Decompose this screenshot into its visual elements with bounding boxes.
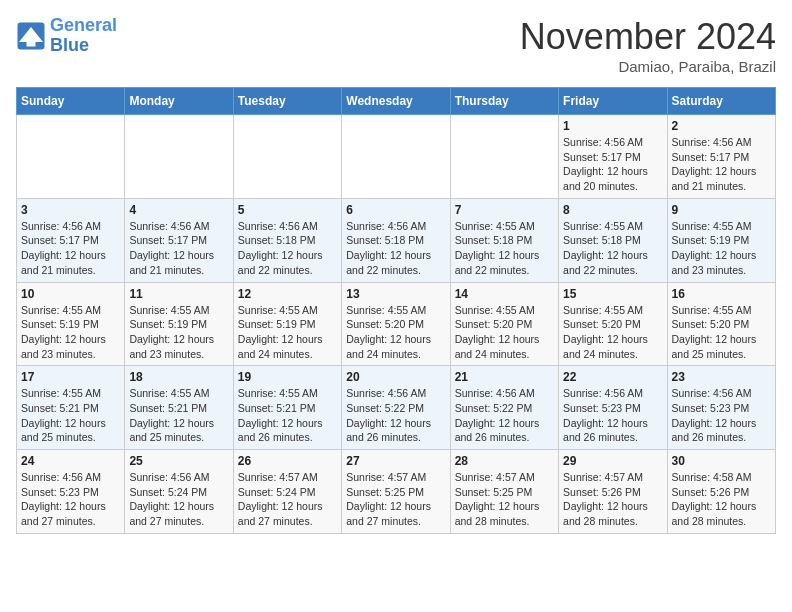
- calendar-cell: 22Sunrise: 4:56 AM Sunset: 5:23 PM Dayli…: [559, 366, 667, 450]
- day-info: Sunrise: 4:55 AM Sunset: 5:20 PM Dayligh…: [672, 303, 771, 362]
- calendar-cell: 18Sunrise: 4:55 AM Sunset: 5:21 PM Dayli…: [125, 366, 233, 450]
- day-info: Sunrise: 4:55 AM Sunset: 5:21 PM Dayligh…: [21, 386, 120, 445]
- day-number: 22: [563, 370, 662, 384]
- day-info: Sunrise: 4:57 AM Sunset: 5:24 PM Dayligh…: [238, 470, 337, 529]
- calendar-cell: 19Sunrise: 4:55 AM Sunset: 5:21 PM Dayli…: [233, 366, 341, 450]
- calendar-cell: [17, 115, 125, 199]
- calendar-cell: 26Sunrise: 4:57 AM Sunset: 5:24 PM Dayli…: [233, 450, 341, 534]
- day-info: Sunrise: 4:56 AM Sunset: 5:24 PM Dayligh…: [129, 470, 228, 529]
- day-number: 2: [672, 119, 771, 133]
- day-info: Sunrise: 4:56 AM Sunset: 5:23 PM Dayligh…: [672, 386, 771, 445]
- calendar-cell: 30Sunrise: 4:58 AM Sunset: 5:26 PM Dayli…: [667, 450, 775, 534]
- calendar-cell: 10Sunrise: 4:55 AM Sunset: 5:19 PM Dayli…: [17, 282, 125, 366]
- day-info: Sunrise: 4:55 AM Sunset: 5:21 PM Dayligh…: [238, 386, 337, 445]
- day-info: Sunrise: 4:55 AM Sunset: 5:20 PM Dayligh…: [455, 303, 554, 362]
- page-header: General Blue November 2024 Damiao, Parai…: [16, 16, 776, 75]
- day-info: Sunrise: 4:56 AM Sunset: 5:17 PM Dayligh…: [672, 135, 771, 194]
- day-info: Sunrise: 4:55 AM Sunset: 5:18 PM Dayligh…: [455, 219, 554, 278]
- weekday-header: Saturday: [667, 88, 775, 115]
- calendar-week-row: 24Sunrise: 4:56 AM Sunset: 5:23 PM Dayli…: [17, 450, 776, 534]
- day-info: Sunrise: 4:55 AM Sunset: 5:19 PM Dayligh…: [672, 219, 771, 278]
- day-number: 5: [238, 203, 337, 217]
- calendar-body: 1Sunrise: 4:56 AM Sunset: 5:17 PM Daylig…: [17, 115, 776, 534]
- calendar-week-row: 17Sunrise: 4:55 AM Sunset: 5:21 PM Dayli…: [17, 366, 776, 450]
- calendar-cell: 6Sunrise: 4:56 AM Sunset: 5:18 PM Daylig…: [342, 198, 450, 282]
- day-number: 6: [346, 203, 445, 217]
- day-number: 4: [129, 203, 228, 217]
- day-number: 16: [672, 287, 771, 301]
- day-info: Sunrise: 4:57 AM Sunset: 5:26 PM Dayligh…: [563, 470, 662, 529]
- day-number: 1: [563, 119, 662, 133]
- day-info: Sunrise: 4:55 AM Sunset: 5:19 PM Dayligh…: [238, 303, 337, 362]
- day-info: Sunrise: 4:55 AM Sunset: 5:18 PM Dayligh…: [563, 219, 662, 278]
- logo-icon: [16, 21, 46, 51]
- month-title: November 2024: [520, 16, 776, 58]
- day-number: 30: [672, 454, 771, 468]
- calendar-header: SundayMondayTuesdayWednesdayThursdayFrid…: [17, 88, 776, 115]
- calendar-cell: 29Sunrise: 4:57 AM Sunset: 5:26 PM Dayli…: [559, 450, 667, 534]
- calendar-week-row: 10Sunrise: 4:55 AM Sunset: 5:19 PM Dayli…: [17, 282, 776, 366]
- calendar-cell: 11Sunrise: 4:55 AM Sunset: 5:19 PM Dayli…: [125, 282, 233, 366]
- day-info: Sunrise: 4:58 AM Sunset: 5:26 PM Dayligh…: [672, 470, 771, 529]
- title-block: November 2024 Damiao, Paraiba, Brazil: [520, 16, 776, 75]
- calendar-cell: 5Sunrise: 4:56 AM Sunset: 5:18 PM Daylig…: [233, 198, 341, 282]
- calendar-cell: [233, 115, 341, 199]
- day-number: 27: [346, 454, 445, 468]
- logo-text: General Blue: [50, 16, 117, 56]
- day-number: 8: [563, 203, 662, 217]
- calendar-cell: 23Sunrise: 4:56 AM Sunset: 5:23 PM Dayli…: [667, 366, 775, 450]
- calendar-cell: 4Sunrise: 4:56 AM Sunset: 5:17 PM Daylig…: [125, 198, 233, 282]
- calendar-week-row: 1Sunrise: 4:56 AM Sunset: 5:17 PM Daylig…: [17, 115, 776, 199]
- day-info: Sunrise: 4:55 AM Sunset: 5:20 PM Dayligh…: [563, 303, 662, 362]
- day-number: 23: [672, 370, 771, 384]
- calendar-cell: 27Sunrise: 4:57 AM Sunset: 5:25 PM Dayli…: [342, 450, 450, 534]
- calendar-cell: 17Sunrise: 4:55 AM Sunset: 5:21 PM Dayli…: [17, 366, 125, 450]
- calendar-table: SundayMondayTuesdayWednesdayThursdayFrid…: [16, 87, 776, 534]
- day-number: 3: [21, 203, 120, 217]
- day-number: 20: [346, 370, 445, 384]
- day-number: 29: [563, 454, 662, 468]
- calendar-cell: 28Sunrise: 4:57 AM Sunset: 5:25 PM Dayli…: [450, 450, 558, 534]
- calendar-cell: 15Sunrise: 4:55 AM Sunset: 5:20 PM Dayli…: [559, 282, 667, 366]
- calendar-cell: [125, 115, 233, 199]
- day-number: 24: [21, 454, 120, 468]
- day-number: 18: [129, 370, 228, 384]
- day-info: Sunrise: 4:56 AM Sunset: 5:17 PM Dayligh…: [129, 219, 228, 278]
- day-info: Sunrise: 4:57 AM Sunset: 5:25 PM Dayligh…: [346, 470, 445, 529]
- calendar-cell: 8Sunrise: 4:55 AM Sunset: 5:18 PM Daylig…: [559, 198, 667, 282]
- day-info: Sunrise: 4:56 AM Sunset: 5:18 PM Dayligh…: [238, 219, 337, 278]
- day-number: 26: [238, 454, 337, 468]
- header-row: SundayMondayTuesdayWednesdayThursdayFrid…: [17, 88, 776, 115]
- logo: General Blue: [16, 16, 117, 56]
- day-info: Sunrise: 4:55 AM Sunset: 5:21 PM Dayligh…: [129, 386, 228, 445]
- weekday-header: Sunday: [17, 88, 125, 115]
- day-number: 13: [346, 287, 445, 301]
- calendar-cell: 25Sunrise: 4:56 AM Sunset: 5:24 PM Dayli…: [125, 450, 233, 534]
- day-number: 12: [238, 287, 337, 301]
- calendar-cell: 24Sunrise: 4:56 AM Sunset: 5:23 PM Dayli…: [17, 450, 125, 534]
- day-info: Sunrise: 4:55 AM Sunset: 5:20 PM Dayligh…: [346, 303, 445, 362]
- day-number: 19: [238, 370, 337, 384]
- calendar-cell: 7Sunrise: 4:55 AM Sunset: 5:18 PM Daylig…: [450, 198, 558, 282]
- day-info: Sunrise: 4:56 AM Sunset: 5:23 PM Dayligh…: [563, 386, 662, 445]
- weekday-header: Wednesday: [342, 88, 450, 115]
- weekday-header: Thursday: [450, 88, 558, 115]
- day-info: Sunrise: 4:56 AM Sunset: 5:17 PM Dayligh…: [21, 219, 120, 278]
- day-number: 28: [455, 454, 554, 468]
- day-info: Sunrise: 4:57 AM Sunset: 5:25 PM Dayligh…: [455, 470, 554, 529]
- day-info: Sunrise: 4:55 AM Sunset: 5:19 PM Dayligh…: [21, 303, 120, 362]
- calendar-cell: 21Sunrise: 4:56 AM Sunset: 5:22 PM Dayli…: [450, 366, 558, 450]
- weekday-header: Friday: [559, 88, 667, 115]
- day-number: 11: [129, 287, 228, 301]
- calendar-cell: [342, 115, 450, 199]
- day-number: 21: [455, 370, 554, 384]
- day-number: 7: [455, 203, 554, 217]
- calendar-cell: 14Sunrise: 4:55 AM Sunset: 5:20 PM Dayli…: [450, 282, 558, 366]
- day-number: 25: [129, 454, 228, 468]
- calendar-cell: 20Sunrise: 4:56 AM Sunset: 5:22 PM Dayli…: [342, 366, 450, 450]
- calendar-week-row: 3Sunrise: 4:56 AM Sunset: 5:17 PM Daylig…: [17, 198, 776, 282]
- calendar-cell: 12Sunrise: 4:55 AM Sunset: 5:19 PM Dayli…: [233, 282, 341, 366]
- day-number: 9: [672, 203, 771, 217]
- day-number: 10: [21, 287, 120, 301]
- calendar-cell: 2Sunrise: 4:56 AM Sunset: 5:17 PM Daylig…: [667, 115, 775, 199]
